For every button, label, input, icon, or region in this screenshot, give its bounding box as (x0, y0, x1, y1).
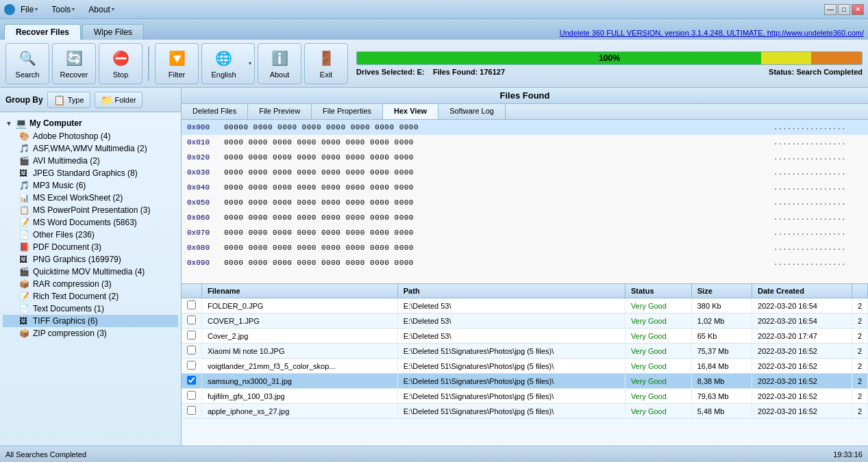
group-folder-button[interactable]: 📁 Folder (95, 92, 142, 108)
close-button[interactable]: ✕ (852, 4, 864, 15)
checkbox-4[interactable] (187, 361, 196, 370)
tree-item-label-9: PDF Document (3) (33, 242, 101, 252)
tree-item-3[interactable]: 🖼JPEG Standard Graphics (8) (3, 167, 178, 179)
tab-recover-files[interactable]: Recover Files (4, 24, 81, 40)
maximize-button[interactable]: □ (838, 4, 850, 15)
hex-ascii-0: ................ (773, 123, 863, 131)
exit-button[interactable]: 🚪 Exit (304, 43, 348, 84)
col-size[interactable]: Size (691, 284, 752, 298)
menu-about-arrow: ▾ (112, 6, 114, 12)
tree-item-1[interactable]: 🎵ASF,WMA,WMV Multimedia (2) (3, 142, 178, 155)
tree-item-15[interactable]: 🖼TIFF Graphics (6) (3, 315, 178, 327)
title-bar: File ▾ Tools ▾ About ▾ — □ ✕ (0, 0, 868, 19)
tab-file-preview[interactable]: File Preview (248, 104, 312, 119)
col-path[interactable]: Path (397, 284, 625, 298)
filter-icon: 🔽 (167, 49, 186, 68)
about-icon: ℹ️ (270, 49, 289, 68)
tab-deleted-files[interactable]: Deleted Files (182, 104, 248, 119)
checkbox-2[interactable] (187, 331, 196, 339)
row-extra-6: 2 (852, 389, 867, 404)
col-filename[interactable]: Filename (202, 284, 398, 298)
stop-label: Stop (113, 70, 129, 79)
checkbox-0[interactable] (187, 300, 196, 309)
table-row[interactable]: FOLDER_0.JPG E:\Deleted 53\ Very Good 38… (182, 298, 868, 313)
recover-button[interactable]: 🔄 Recover (52, 43, 96, 84)
about-button[interactable]: ℹ️ About (258, 43, 301, 84)
row-extra-7: 2 (852, 404, 867, 419)
tree-item-16[interactable]: 📦ZIP compression (3) (3, 327, 178, 339)
row-checkbox-0[interactable] (182, 298, 202, 313)
row-checkbox-6[interactable] (182, 389, 202, 404)
search-button[interactable]: 🔍 Search (5, 43, 49, 84)
menu-bar: File ▾ Tools ▾ About ▾ (18, 3, 117, 16)
row-extra-1: 2 (852, 313, 867, 329)
checkbox-6[interactable] (187, 391, 196, 400)
search-label: Search (16, 70, 40, 79)
row-checkbox-4[interactable] (182, 359, 202, 374)
file-table-container[interactable]: Filename Path Status Size Date Created F… (182, 284, 868, 446)
row-size-2: 65 Kb (691, 329, 752, 344)
tab-file-properties[interactable]: File Properties (312, 104, 383, 119)
tree-item-11[interactable]: 🎬Quicktime MOV Multimedia (4) (3, 266, 178, 278)
table-row[interactable]: apple_iphone_xs_27.jpg E:\Deleted 51\Sig… (182, 404, 868, 419)
col-status[interactable]: Status (625, 284, 691, 298)
row-checkbox-2[interactable] (182, 329, 202, 344)
tab-software-log[interactable]: Software Log (438, 104, 506, 119)
row-size-0: 380 Kb (691, 298, 752, 313)
col-date[interactable]: Date Created (752, 284, 852, 298)
version-link[interactable]: Undelete 360 FULL VERSION, version 3.1.4… (560, 29, 864, 40)
tree-item-7[interactable]: 📝MS Word Documents (5863) (3, 216, 178, 229)
tree-item-14[interactable]: 📄Text Documents (1) (3, 303, 178, 315)
stop-button[interactable]: ⛔ Stop (99, 43, 142, 84)
row-checkbox-1[interactable] (182, 313, 202, 329)
tree-item-2[interactable]: 🎬AVI Multimedia (2) (3, 155, 178, 167)
progress-label: 100% (357, 52, 862, 64)
files-value: 176127 (480, 68, 505, 76)
checkbox-5[interactable] (187, 376, 196, 385)
table-row[interactable]: samsung_nx3000_31.jpg E:\Deleted 51\Sign… (182, 374, 868, 389)
exit-label: Exit (320, 70, 332, 79)
row-filename-6: fujifilm_gfx_100_03.jpg (202, 389, 398, 404)
tree-item-10[interactable]: 🖼PNG Graphics (169979) (3, 253, 178, 266)
tree-item-icon-6: 📋 (19, 205, 30, 215)
table-row[interactable]: Xiaomi Mi note 10.JPG E:\Deleted 51\Sign… (182, 344, 868, 359)
row-checkbox-7[interactable] (182, 404, 202, 419)
row-size-7: 5,48 Mb (691, 404, 752, 419)
tree-item-12[interactable]: 📦RAR compression (3) (3, 278, 178, 290)
hex-addr-7: 0x070 (187, 229, 224, 237)
group-type-button[interactable]: 📋 Type (47, 92, 90, 108)
row-status-6: Very Good (625, 389, 691, 404)
english-button[interactable]: 🌐 English (201, 43, 245, 84)
tab-hex-view[interactable]: Hex View (383, 104, 438, 119)
filter-button[interactable]: 🔽 Filter (155, 43, 199, 84)
hex-row-3: 0x0300000 0000 0000 0000 0000 0000 0000 … (182, 165, 868, 180)
tree-item-13[interactable]: 📝Rich Text Document (2) (3, 290, 178, 303)
tree-item-0[interactable]: 🎨Adobe Photoshop (4) (3, 130, 178, 142)
hex-ascii-2: ................ (773, 153, 863, 162)
tree-item-9[interactable]: 📕PDF Document (3) (3, 241, 178, 253)
tree-item-6[interactable]: 📋MS PowerPoint Presentation (3) (3, 204, 178, 216)
checkbox-3[interactable] (187, 346, 196, 355)
table-row[interactable]: Cover_2.jpg E:\Deleted 53\ Very Good 65 … (182, 329, 868, 344)
menu-about[interactable]: About ▾ (86, 3, 116, 16)
menu-file[interactable]: File ▾ (18, 3, 40, 16)
row-checkbox-5[interactable] (182, 374, 202, 389)
tree-item-4[interactable]: 🎵MP3 Music (6) (3, 179, 178, 192)
row-date-3: 2022-03-20 16:52 (752, 344, 852, 359)
tree-root-my-computer[interactable]: ▼ 💻 My Computer (3, 116, 178, 130)
checkbox-7[interactable] (187, 406, 196, 415)
tab-wipe-files[interactable]: Wipe Files (82, 24, 144, 40)
table-row[interactable]: fujifilm_gfx_100_03.jpg E:\Deleted 51\Si… (182, 389, 868, 404)
tree-item-8[interactable]: 📄Other Files (236) (3, 229, 178, 241)
status-text: Status: Search Completed (769, 68, 863, 76)
hex-bytes-4: 0000 0000 0000 0000 0000 0000 0000 0000 (224, 183, 773, 192)
row-checkbox-3[interactable] (182, 344, 202, 359)
checkbox-1[interactable] (187, 316, 196, 324)
tree-item-5[interactable]: 📊MS Excel WorkSheet (2) (3, 192, 178, 204)
minimize-button[interactable]: — (824, 4, 836, 15)
english-dropdown-arrow[interactable]: ▾ (245, 43, 255, 84)
menu-tools[interactable]: Tools ▾ (49, 3, 77, 16)
table-row[interactable]: COVER_1.JPG E:\Deleted 53\ Very Good 1,0… (182, 313, 868, 329)
hex-rows-container: 0x00000000 0000 0000 0000 0000 0000 0000… (182, 120, 868, 270)
table-row[interactable]: voigtlander_21mm_f3_5_color_skop... E:\D… (182, 359, 868, 374)
